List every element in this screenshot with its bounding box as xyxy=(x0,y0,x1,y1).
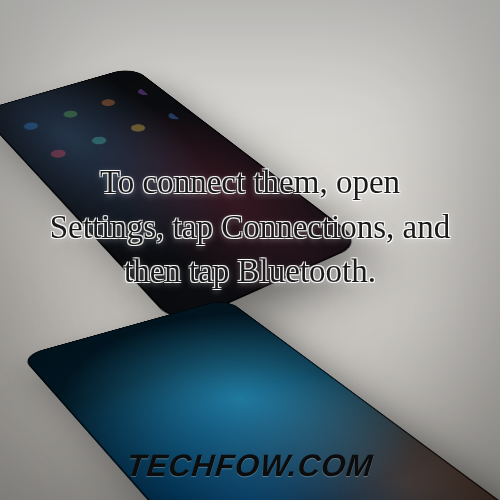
image-stage: To connect them, open Settings, tap Conn… xyxy=(0,0,500,500)
watermark-text: TECHFOW.COM xyxy=(0,448,500,484)
caption-text: To connect them, open Settings, tap Conn… xyxy=(0,160,500,294)
